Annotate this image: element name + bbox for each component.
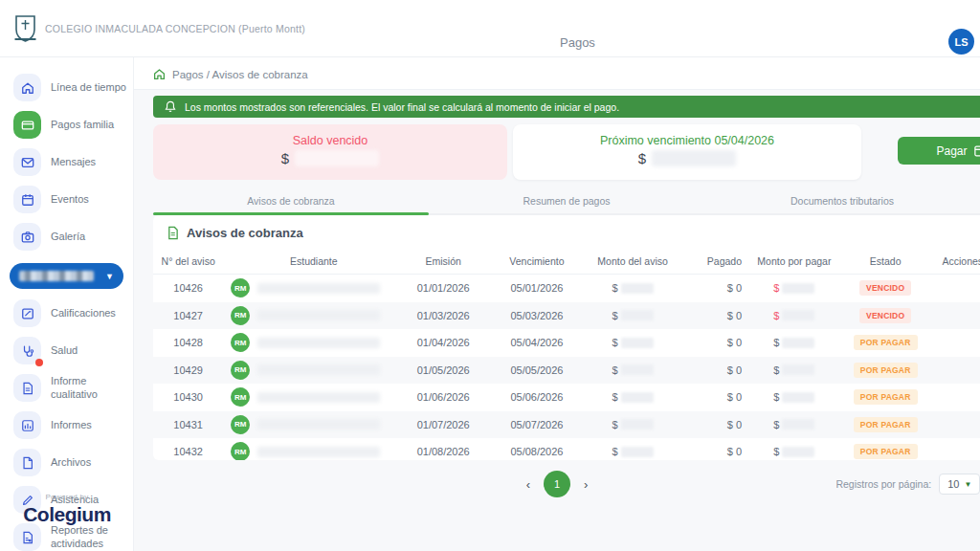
student-avatar: RM bbox=[231, 278, 250, 298]
school-crest-logo bbox=[13, 13, 37, 43]
powered-by-label: Powered by bbox=[0, 493, 134, 501]
student-cell: RM bbox=[223, 415, 396, 434]
currency-sign: $ bbox=[773, 446, 779, 457]
vencimiento-date: 05/06/2026 bbox=[490, 391, 584, 403]
student-avatar: RM bbox=[231, 442, 250, 460]
powered-by-block: Powered by Colegium bbox=[0, 493, 134, 526]
table-row[interactable]: 10428RM01/04/202605/04/2026$$ 0$POR PAGA… bbox=[153, 329, 980, 357]
currency-sign: $ bbox=[281, 150, 289, 166]
estado-cell: POR PAGAR bbox=[841, 417, 930, 432]
amount-redacted bbox=[621, 447, 654, 457]
sidebar-item-archivos[interactable]: Archivos bbox=[0, 444, 133, 481]
emision-date: 01/01/2026 bbox=[396, 282, 490, 294]
student-name-redacted bbox=[257, 310, 380, 320]
prev-page-button[interactable]: ‹ bbox=[526, 477, 530, 492]
amount-redacted bbox=[621, 392, 654, 403]
bell-icon bbox=[165, 100, 176, 113]
amount-redacted bbox=[621, 310, 654, 320]
table-row[interactable]: 10431RM01/07/202605/07/2026$$ 0$POR PAGA… bbox=[153, 411, 980, 439]
colegium-logo: Colegium bbox=[0, 503, 134, 526]
sidebar-item-informe-cualitativo[interactable]: Informe cualitativo bbox=[0, 369, 133, 407]
calendar-icon bbox=[13, 186, 41, 213]
monto-por-pagar-cell: $ bbox=[747, 310, 841, 321]
user-avatar[interactable]: LS bbox=[948, 29, 974, 55]
student-name-redacted bbox=[257, 283, 380, 294]
pagado-cell: $ 0 bbox=[681, 391, 747, 403]
overdue-balance-card: Saldo vencido $ bbox=[153, 124, 507, 180]
sidebar-item-informes[interactable]: Informes bbox=[0, 407, 133, 444]
table-row[interactable]: 10432RM01/08/202605/08/2026$$ 0$POR PAGA… bbox=[153, 438, 980, 460]
col-header-emision: Emisión bbox=[396, 255, 490, 267]
emision-date: 01/08/2026 bbox=[396, 446, 490, 457]
page-number-button[interactable]: 1 bbox=[544, 471, 570, 497]
tab-documentos-tributarios[interactable]: Documentos tributarios bbox=[704, 189, 980, 213]
pay-button[interactable]: Pagar bbox=[898, 137, 980, 165]
overdue-title: Saldo vencido bbox=[153, 134, 507, 147]
sidebar-item-galeria[interactable]: Galería bbox=[0, 218, 133, 255]
tab-avisos-de-cobranza[interactable]: Avisos de cobranza bbox=[153, 189, 429, 213]
monto-cell: $ bbox=[584, 419, 682, 430]
document-green-icon bbox=[167, 226, 179, 240]
currency-sign: $ bbox=[773, 282, 779, 294]
sidebar-item-pagos-familia[interactable]: Pagos familia bbox=[0, 106, 133, 143]
breadcrumb-text[interactable]: Pagos / Avisos de cobranza bbox=[172, 69, 308, 80]
sidebar-item-linea-de-tiempo[interactable]: Línea de tiempo bbox=[0, 69, 133, 106]
student-avatar: RM bbox=[231, 361, 250, 380]
currency-sign: $ bbox=[612, 391, 618, 403]
per-page-control: Registros por página: 10 ▼ Mostrando bbox=[835, 467, 980, 501]
sidebar-item-mensajes[interactable]: Mensajes bbox=[0, 143, 133, 181]
chevron-down-icon: ▼ bbox=[964, 480, 971, 489]
breadcrumb: Pagos / Avisos de cobranza bbox=[134, 57, 980, 90]
student-name-redacted bbox=[19, 271, 94, 281]
table-header-row: N° del aviso Estudiante Emisión Vencimie… bbox=[153, 248, 980, 275]
file-icon bbox=[13, 449, 41, 476]
card-icon bbox=[974, 145, 980, 157]
main-content: Pagos / Avisos de cobranza Los montos mo… bbox=[134, 57, 980, 551]
chevron-down-icon: ▼ bbox=[105, 272, 114, 281]
student-name-redacted bbox=[257, 338, 380, 348]
emision-date: 01/04/2026 bbox=[396, 337, 490, 348]
breadcrumb-home-icon[interactable] bbox=[153, 68, 166, 80]
vencimiento-date: 05/04/2026 bbox=[490, 337, 584, 348]
currency-sign: $ bbox=[773, 391, 779, 403]
home-icon bbox=[13, 74, 41, 101]
next-due-title: Próximo vencimiento 05/04/2026 bbox=[513, 134, 861, 147]
student-avatar: RM bbox=[231, 387, 250, 407]
status-badge: POR PAGAR bbox=[854, 417, 918, 432]
tab-resumen-de-pagos[interactable]: Resumen de pagos bbox=[429, 189, 704, 213]
estado-cell: POR PAGAR bbox=[841, 444, 930, 459]
student-avatar: RM bbox=[231, 333, 250, 352]
aviso-number: 10431 bbox=[153, 419, 223, 430]
sidebar-item-salud[interactable]: Salud bbox=[0, 332, 133, 369]
amount-redacted bbox=[621, 338, 654, 348]
vencimiento-date: 05/05/2026 bbox=[490, 364, 584, 376]
student-avatar: RM bbox=[231, 415, 250, 434]
sidebar-item-eventos[interactable]: Eventos bbox=[0, 181, 133, 218]
emision-date: 01/07/2026 bbox=[396, 419, 490, 430]
aviso-number: 10427 bbox=[153, 310, 223, 321]
table-row[interactable]: 10427RM01/03/202605/03/2026$$ 0$VENCIDO bbox=[153, 302, 980, 330]
student-cell: RM bbox=[223, 306, 396, 325]
banner-text: Los montos mostrados son referenciales. … bbox=[185, 101, 619, 113]
pagado-cell: $ 0 bbox=[681, 282, 747, 294]
table-row[interactable]: 10429RM01/05/202605/05/2026$$ 0$POR PAGA… bbox=[153, 357, 980, 385]
sidebar-item-calificaciones[interactable]: Calificaciones bbox=[0, 295, 133, 332]
document-icon bbox=[13, 374, 41, 402]
monto-por-pagar-cell: $ bbox=[747, 282, 841, 294]
amount-redacted bbox=[621, 283, 654, 294]
per-page-select[interactable]: 10 ▼ bbox=[939, 474, 980, 495]
table-row[interactable]: 10426RM01/01/202605/01/2026$$ 0$VENCIDO bbox=[153, 275, 980, 302]
table-row[interactable]: 10430RM01/06/202605/06/2026$$ 0$POR PAGA… bbox=[153, 384, 980, 411]
currency-sign: $ bbox=[773, 364, 779, 376]
amount-redacted bbox=[782, 283, 814, 294]
vencimiento-date: 05/03/2026 bbox=[490, 310, 584, 321]
currency-sign: $ bbox=[612, 419, 618, 430]
col-header-acciones: Acciones bbox=[930, 255, 980, 267]
student-cell: RM bbox=[223, 278, 396, 298]
next-page-button[interactable]: › bbox=[584, 477, 588, 492]
tabs-bar: Avisos de cobranza Resumen de pagos Docu… bbox=[153, 189, 980, 215]
aviso-number: 10428 bbox=[153, 337, 223, 348]
monto-por-pagar-cell: $ bbox=[747, 446, 841, 457]
amount-redacted bbox=[782, 419, 814, 430]
student-selector[interactable]: ▼ bbox=[10, 263, 123, 289]
